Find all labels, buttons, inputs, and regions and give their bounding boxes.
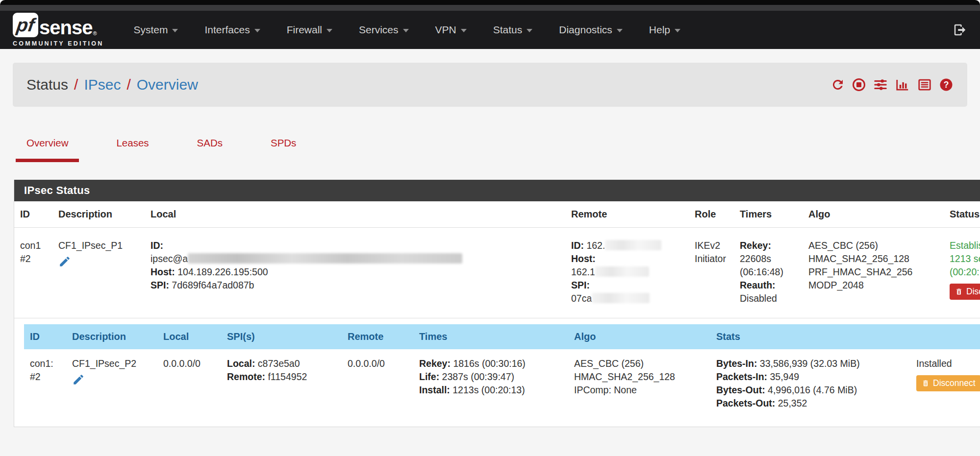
sa-id: con1 — [20, 240, 41, 251]
menu-item-vpn[interactable]: VPN — [422, 18, 480, 42]
remote-host-label: Host: — [571, 253, 596, 264]
spi-remote-label: Remote: — [227, 371, 265, 382]
cell-child-remote: 0.0.0.0/0 — [342, 349, 413, 415]
tab-spds[interactable]: SPDs — [260, 132, 307, 162]
col-header-role: Role — [689, 201, 734, 228]
menu-item-diagnostics[interactable]: Diagnostics — [546, 18, 636, 42]
chevron-down-icon — [403, 29, 409, 32]
algo-dh: MODP_2048 — [808, 280, 864, 290]
chevron-down-icon — [461, 29, 467, 32]
state-text: Established — [950, 240, 980, 251]
breadcrumb: Status / IPsec / Overview — [26, 76, 198, 93]
breadcrumb-panel: Status / IPsec / Overview — [13, 63, 967, 107]
cell-child-spis: Local: c873e5a0 Remote: f1154952 — [221, 349, 342, 415]
tab-bar: Overview Leases SADs SPDs — [16, 132, 980, 162]
menu-item-label: Status — [493, 24, 523, 35]
menu-item-label: System — [133, 24, 168, 35]
breadcrumb-separator: / — [126, 76, 130, 93]
packets-out-label: Packets-Out: — [716, 398, 775, 408]
chevron-down-icon — [617, 29, 623, 32]
pfsense-logo-row: pf sense ® — [13, 13, 103, 37]
cell-child-description: CF1_IPsec_P2 — [66, 349, 157, 415]
child-local-net: 0.0.0.0/0 — [163, 358, 201, 369]
col-header-remote: Remote — [565, 201, 689, 228]
cell-child-stats: Bytes-In: 33,586,939 (32.03 MiB) Packets… — [710, 349, 910, 415]
child-header-row: ID Description Local SPI(s) Remote Times… — [24, 324, 980, 349]
pfsense-logo-reg: ® — [93, 30, 97, 36]
trash-icon — [922, 379, 930, 387]
child-sa-table: ID Description Local SPI(s) Remote Times… — [24, 324, 980, 415]
disconnect-button[interactable]: Disconnect — [950, 284, 980, 300]
child-sa-cell: ID Description Local SPI(s) Remote Times… — [14, 318, 980, 427]
child-col-stats: Stats — [710, 324, 910, 349]
algo-prf: PRF_HMAC_SHA2_256 — [808, 266, 912, 277]
breadcrumb-separator: / — [74, 76, 78, 93]
cell-description: CF1_IPsec_P1 — [52, 228, 145, 318]
pfsense-edition-caption: COMMUNITY EDITION — [13, 40, 103, 47]
cell-local: ID: ipsec@a Host: 104.189.226.195:500 SP… — [145, 228, 565, 318]
redacted-value — [605, 240, 661, 250]
tab-sads[interactable]: SADs — [186, 132, 233, 162]
child-remote-net: 0.0.0.0/0 — [348, 358, 385, 369]
window-chrome-strip — [0, 5, 980, 11]
breadcrumb-link-ipsec[interactable]: IPsec — [84, 76, 121, 93]
child-col-algo: Algo — [568, 324, 710, 349]
packets-in-value: 35,949 — [770, 371, 799, 382]
tab-overview[interactable]: Overview — [16, 132, 79, 162]
child-disconnect-label: Disconnect — [933, 378, 976, 388]
menu-item-services[interactable]: Services — [346, 18, 422, 42]
tab-leases[interactable]: Leases — [105, 132, 159, 162]
packets-in-label: Packets-In: — [716, 371, 767, 382]
menu-item-status[interactable]: Status — [480, 18, 546, 42]
algo-enc: AES_CBC (256) — [808, 240, 878, 251]
log-icon[interactable] — [917, 77, 932, 92]
child-disconnect-button[interactable]: Disconnect — [916, 375, 980, 391]
bytes-out-label: Bytes-Out: — [716, 384, 765, 395]
child-sa-id: con1: — [30, 358, 53, 369]
menu-item-system[interactable]: System — [120, 18, 191, 42]
redacted-value — [595, 266, 649, 277]
redacted-value — [188, 253, 462, 264]
chevron-down-icon — [254, 29, 260, 32]
breadcrumb-link-overview[interactable]: Overview — [137, 76, 198, 93]
local-id-label: ID: — [151, 240, 163, 251]
cell-remote: ID: 162. Host: 162.1 SPI: 07ca — [565, 228, 689, 318]
menu-item-firewall[interactable]: Firewall — [274, 18, 346, 42]
menu-item-help[interactable]: Help — [636, 18, 694, 42]
remote-host-value: 162.1 — [571, 266, 595, 277]
menu-item-label: Interfaces — [204, 24, 250, 35]
child-install-label: Install: — [419, 384, 450, 395]
main-menu: System Interfaces Firewall Services VPN … — [120, 18, 694, 42]
remote-id-label: ID: — [571, 240, 584, 251]
edit-icon[interactable] — [58, 255, 71, 268]
role-value: Initiator — [695, 253, 726, 264]
panel-title: IPsec Status — [14, 180, 980, 201]
spi-local-value: c873e5a0 — [258, 358, 300, 369]
cell-status: Established 1213 seconds (00:20:13) Disc… — [944, 228, 980, 318]
col-header-timers: Timers — [734, 201, 803, 228]
breadcrumb-actions: ? — [830, 77, 954, 92]
menu-item-interfaces[interactable]: Interfaces — [191, 18, 273, 42]
ipsec-status-table: ID Description Local Remote Role Timers … — [14, 201, 980, 427]
remote-spi-value: 07ca — [571, 293, 592, 304]
algo-hash: HMAC_SHA2_256_128 — [808, 253, 909, 264]
col-header-algo: Algo — [803, 201, 944, 228]
reauth-label: Reauth: — [740, 280, 776, 290]
logout-button[interactable] — [953, 23, 967, 37]
help-icon[interactable]: ? — [939, 77, 954, 92]
bar-chart-icon[interactable] — [895, 77, 910, 92]
local-host-value: 104.189.226.195:500 — [177, 266, 268, 277]
table-row: con1 #2 CF1_IPsec_P1 ID: ipsec@a Host: 1… — [14, 228, 980, 318]
stop-icon[interactable] — [852, 77, 866, 92]
ipsec-status-panel: IPsec Status ID Description Local Remote… — [14, 180, 980, 427]
filters-icon[interactable] — [873, 77, 888, 92]
cell-child-algo: AES_CBC (256) HMAC_SHA2_256_128 IPComp: … — [568, 349, 710, 415]
edit-icon[interactable] — [72, 373, 85, 386]
rekey-time: (06:16:48) — [740, 266, 783, 277]
state-age: 1213 seconds — [950, 253, 980, 264]
child-col-local: Local — [157, 324, 221, 349]
local-id-value: ipsec@a — [151, 253, 188, 264]
refresh-icon[interactable] — [830, 77, 845, 92]
bytes-in-label: Bytes-In: — [716, 358, 757, 369]
pfsense-logo[interactable]: pf sense ® COMMUNITY EDITION — [13, 13, 103, 47]
